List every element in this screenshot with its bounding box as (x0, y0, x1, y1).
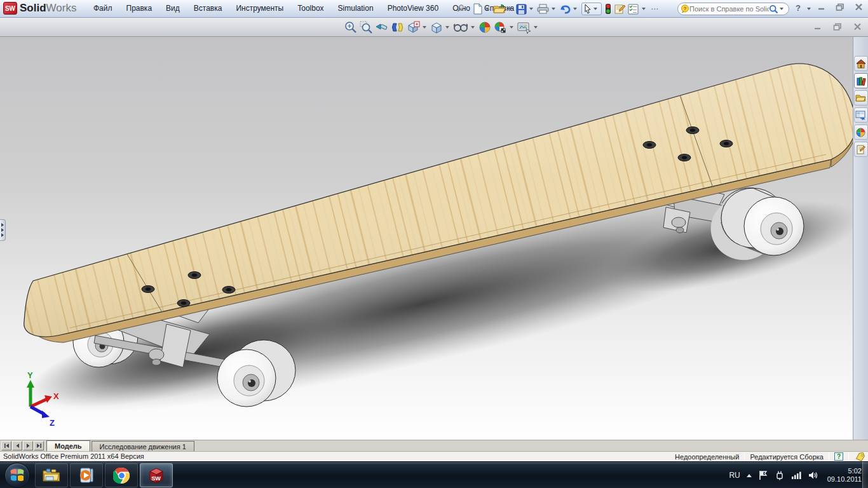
tab-file-explorer[interactable] (854, 90, 868, 105)
hide-show-items-button[interactable] (452, 22, 470, 33)
select-cursor-icon[interactable] (583, 4, 592, 14)
svg-text:?: ? (684, 6, 687, 11)
new-dropdown-caret[interactable] (485, 8, 489, 10)
undo-dropdown-caret[interactable] (573, 8, 577, 10)
taskbar-solidworks[interactable]: SW (140, 463, 173, 487)
view-settings-caret[interactable] (534, 26, 538, 29)
hide-show-caret[interactable] (471, 26, 475, 29)
save-dropdown-caret[interactable] (529, 8, 533, 10)
clock-date: 09.10.2011 (827, 475, 862, 484)
tab-custom-properties[interactable] (854, 142, 868, 157)
menu-photoview[interactable]: PhotoView 360 (381, 0, 446, 17)
quick-access-toolbar: ⋯ (471, 1, 661, 17)
search-dropdown-caret[interactable] (780, 8, 783, 10)
new-document-icon (473, 3, 483, 15)
product-version-text: SolidWorks Office Premium 2011 x64 Верси… (3, 452, 144, 460)
tab-last-button[interactable] (34, 441, 44, 451)
file-properties-button[interactable] (613, 1, 627, 17)
tab-solidworks-resources[interactable] (854, 56, 868, 71)
tab-appearances-scenes[interactable] (854, 125, 868, 140)
close-button[interactable] (855, 3, 863, 11)
section-view-button[interactable] (390, 21, 405, 34)
taskbar-media-player[interactable] (70, 463, 103, 487)
display-style-caret[interactable] (445, 26, 449, 29)
doc-minimize-button[interactable] (813, 23, 822, 30)
menu-toolbox[interactable]: Toolbox (290, 0, 330, 17)
expand-arrow-icon (1, 228, 4, 232)
open-dropdown-caret[interactable] (508, 8, 512, 10)
menu-tools[interactable]: Инструменты (229, 0, 290, 17)
previous-view-button[interactable] (374, 21, 390, 34)
new-document-button[interactable] (471, 1, 484, 17)
start-button[interactable] (4, 463, 30, 488)
edit-appearance-button[interactable] (477, 21, 492, 34)
display-style-button[interactable] (429, 21, 444, 34)
view-orientation-icon (407, 21, 420, 34)
taskbar-windows-explorer[interactable] (35, 463, 68, 487)
menu-pin-icon[interactable] (456, 4, 465, 15)
tab-view-palette[interactable] (854, 107, 868, 123)
quick-tips-button[interactable]: ? (834, 452, 843, 461)
view-settings-button[interactable] (516, 22, 532, 34)
save-icon (516, 4, 527, 15)
view-orientation-caret[interactable] (423, 26, 426, 29)
search-magnifier-icon[interactable] (769, 4, 778, 14)
menu-insert[interactable]: Вставка (187, 0, 229, 17)
last-icon (36, 443, 42, 449)
show-hidden-icons-button[interactable] (747, 474, 752, 477)
zoom-to-area-button[interactable] (358, 21, 374, 34)
help-button[interactable]: ? (796, 3, 801, 13)
select-tool-group (581, 3, 602, 15)
options-button[interactable] (627, 1, 641, 17)
apply-scene-button[interactable] (492, 21, 508, 34)
menu-edit[interactable]: Правка (119, 0, 159, 17)
view-orientation-button[interactable] (405, 21, 421, 34)
options-dropdown-caret[interactable] (642, 8, 646, 10)
tab-motion-study[interactable]: Исследование движения 1 (92, 441, 194, 451)
triad-z-label: Z (50, 418, 55, 428)
power-plug-icon[interactable] (775, 470, 785, 480)
view-settings-icon (517, 22, 531, 34)
tab-previous-button[interactable] (12, 441, 22, 451)
menu-view[interactable]: Вид (159, 0, 187, 17)
tab-design-library[interactable] (854, 73, 868, 88)
graphics-viewport[interactable]: Y X Z (0, 37, 868, 440)
action-center-flag-icon[interactable] (758, 470, 768, 480)
status-separator (848, 452, 849, 461)
menu-simulation[interactable]: Simulation (331, 0, 381, 17)
help-dropdown-caret[interactable] (807, 8, 811, 10)
feature-manager-collapsed-handle[interactable] (0, 219, 6, 241)
select-dropdown-caret[interactable] (593, 8, 597, 10)
view-palette-icon (855, 111, 866, 120)
tab-first-button[interactable] (1, 441, 11, 451)
language-indicator[interactable]: RU (729, 471, 740, 480)
undo-button[interactable] (558, 1, 572, 17)
search-input[interactable] (689, 5, 769, 13)
open-button[interactable] (492, 1, 507, 17)
save-button[interactable] (515, 1, 528, 17)
print-button[interactable] (536, 1, 550, 17)
restore-button[interactable] (836, 3, 844, 11)
taskbar-chrome[interactable] (105, 463, 138, 487)
doc-restore-button[interactable] (833, 23, 842, 30)
volume-icon[interactable] (808, 471, 818, 480)
doc-close-button[interactable] (853, 23, 862, 30)
zoom-to-fit-button[interactable] (343, 21, 358, 34)
minimize-button[interactable] (817, 3, 825, 11)
rebuild-button[interactable] (604, 1, 613, 17)
taskbar-clock[interactable]: 5:02 09.10.2011 (827, 467, 862, 484)
tab-model[interactable]: Модель (46, 440, 90, 451)
tab-next-button[interactable] (23, 441, 33, 451)
apply-scene-caret[interactable] (510, 26, 513, 29)
window-controls (817, 3, 863, 11)
help-search-box[interactable]: ? (677, 3, 789, 15)
show-desktop-button[interactable] (862, 462, 868, 488)
app-title-bold: Solid (20, 2, 46, 14)
network-signal-icon[interactable] (791, 471, 802, 480)
windows-taskbar: SW RU 5:02 09.10.2011 (0, 461, 868, 488)
print-dropdown-caret[interactable] (552, 8, 555, 10)
tag-icon[interactable] (854, 452, 865, 461)
previous-view-icon (375, 21, 388, 34)
toolbar-overflow-button[interactable]: ⋯ (648, 4, 661, 13)
menu-file[interactable]: Файл (86, 0, 119, 17)
